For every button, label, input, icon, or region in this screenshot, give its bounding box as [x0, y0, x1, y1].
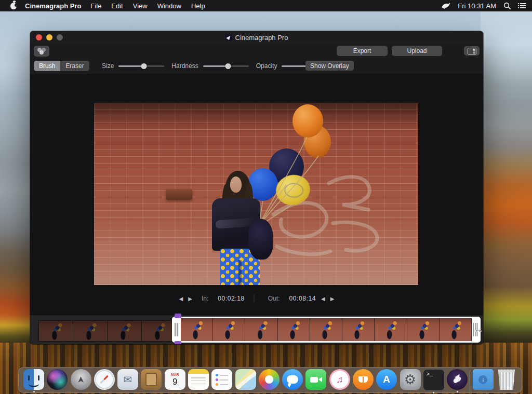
brush-eraser-segment: Brush Eraser: [34, 61, 89, 71]
filters-button[interactable]: [34, 46, 49, 57]
filmstrip-frame-dimmed[interactable]: [73, 321, 108, 341]
upload-button[interactable]: Upload: [392, 46, 442, 56]
filmstrip-frame-dimmed[interactable]: [142, 321, 176, 341]
hummingbird-status-icon[interactable]: [442, 2, 450, 9]
in-step-forward-button[interactable]: ▶: [188, 296, 192, 302]
terminal-icon: [423, 369, 445, 391]
eraser-tab[interactable]: Eraser: [60, 61, 89, 71]
reminders-icon: [211, 369, 232, 390]
filmstrip-frame-selected[interactable]: [278, 318, 310, 341]
dock-itunes[interactable]: [329, 369, 351, 392]
menu-view[interactable]: View: [133, 2, 148, 10]
show-overlay-button[interactable]: Show Overlay: [305, 61, 354, 71]
out-step-back-button[interactable]: ◀: [321, 296, 325, 302]
app-title-icon: [225, 34, 232, 41]
filmstrip-frame-selected[interactable]: [310, 318, 342, 341]
trim-marker-bottom[interactable]: [175, 341, 181, 344]
dock-terminal[interactable]: [423, 369, 445, 393]
menu-edit[interactable]: Edit: [111, 2, 123, 10]
dock-facetime[interactable]: [305, 369, 327, 392]
brush-tab[interactable]: Brush: [34, 61, 60, 71]
dock-launchpad[interactable]: [70, 369, 92, 392]
selected-frames: [181, 318, 472, 341]
running-indicator: [433, 392, 434, 393]
in-label: In:: [202, 295, 208, 302]
dock-calendar[interactable]: MAR9: [164, 369, 186, 392]
maps-icon: [235, 369, 256, 390]
dock-safari[interactable]: [94, 369, 115, 392]
sidebar-icon: [468, 48, 476, 55]
notification-center-icon[interactable]: [518, 3, 526, 9]
messages-icon: [282, 369, 303, 390]
safari-icon: [94, 369, 115, 390]
menu-help[interactable]: Help: [191, 2, 205, 10]
out-step-forward-button[interactable]: ▶: [330, 296, 335, 302]
in-step-back-button[interactable]: ◀: [179, 296, 183, 302]
close-button[interactable]: [36, 34, 42, 40]
dock-appstore[interactable]: [376, 369, 397, 392]
dock-mail[interactable]: [117, 369, 139, 392]
dock-reminders[interactable]: [211, 369, 233, 392]
title-bar[interactable]: Cinemagraph Pro: [30, 31, 483, 44]
filters-icon: [37, 48, 46, 55]
filmstrip-frame-selected[interactable]: [213, 318, 245, 341]
slider-label: Size: [102, 62, 114, 70]
menu-window[interactable]: Window: [157, 2, 181, 10]
export-button[interactable]: Export: [337, 46, 388, 56]
slider-thumb[interactable]: [141, 63, 147, 69]
filmstrip-frame-selected[interactable]: [440, 318, 472, 341]
menu-app-name[interactable]: Cinemagraph Pro: [25, 2, 81, 10]
dock-separator: [470, 370, 470, 392]
zoom-button[interactable]: [57, 34, 63, 40]
downloads-icon: [473, 369, 494, 390]
slider-thumb[interactable]: [225, 63, 231, 69]
woman-face: [230, 176, 242, 193]
filmstrip-frame-dimmed[interactable]: [108, 321, 142, 341]
dock-photos[interactable]: [258, 369, 280, 392]
spotlight-search-icon[interactable]: [503, 2, 511, 9]
dock-system-preferences[interactable]: [400, 369, 421, 392]
dock-contacts[interactable]: [140, 369, 162, 392]
trim-selection[interactable]: ↔: [172, 317, 481, 343]
dock-maps[interactable]: [235, 369, 257, 392]
dock-finder[interactable]: [23, 369, 45, 392]
dock-trash[interactable]: [496, 369, 517, 392]
video-frame[interactable]: [94, 103, 418, 285]
ibooks-icon: [353, 369, 374, 390]
minimize-button[interactable]: [46, 34, 52, 40]
dock: MAR9: [18, 367, 522, 393]
dock-siri[interactable]: [46, 369, 68, 392]
filmstrip-frame-dimmed[interactable]: [39, 321, 73, 341]
playback-controls: ◀ ▶ In: 00:02:18 Out: 00:08:14 ◀ ▶: [179, 292, 335, 305]
filmstrip-frame-selected[interactable]: [407, 318, 440, 341]
dock-messages[interactable]: [282, 369, 303, 392]
mail-icon: [117, 369, 138, 390]
menu-clock[interactable]: Fri 10:31 AM: [458, 2, 496, 10]
trim-marker-top[interactable]: [175, 314, 181, 318]
out-timecode: 00:08:14: [289, 295, 316, 302]
dock-downloads[interactable]: [472, 369, 494, 392]
sidebar-toggle-button[interactable]: [464, 46, 480, 56]
menu-bar: Cinemagraph Pro FileEditViewWindowHelp F…: [0, 0, 532, 11]
slider-track-size[interactable]: [118, 63, 164, 69]
filmstrip-frame-selected[interactable]: [375, 318, 407, 341]
siri-icon: [47, 369, 68, 390]
dock-notes[interactable]: [188, 369, 209, 392]
filmstrip-frame-selected[interactable]: [245, 318, 277, 341]
finder-icon: [23, 369, 44, 390]
slider-hardness: Hardness: [171, 62, 248, 70]
filmstrip-frame-selected[interactable]: [181, 318, 213, 341]
filmstrip-frame-selected[interactable]: [342, 318, 375, 341]
dock-cinemagraph-pro[interactable]: [446, 369, 468, 392]
slider-size: Size: [102, 62, 164, 70]
apple-menu-icon[interactable]: [10, 3, 17, 9]
slider-track-hardness[interactable]: [203, 63, 249, 69]
contacts-icon: [141, 369, 162, 390]
dock-ibooks[interactable]: [352, 369, 374, 392]
trim-handle-left[interactable]: [175, 323, 179, 336]
resize-cursor: ↔: [474, 325, 483, 334]
slider-label: Opacity: [256, 62, 277, 70]
editing-canvas[interactable]: ◀ ▶ In: 00:02:18 Out: 00:08:14 ◀ ▶: [30, 74, 483, 315]
menu-file[interactable]: File: [90, 2, 101, 10]
slider-label: Hardness: [171, 62, 198, 70]
